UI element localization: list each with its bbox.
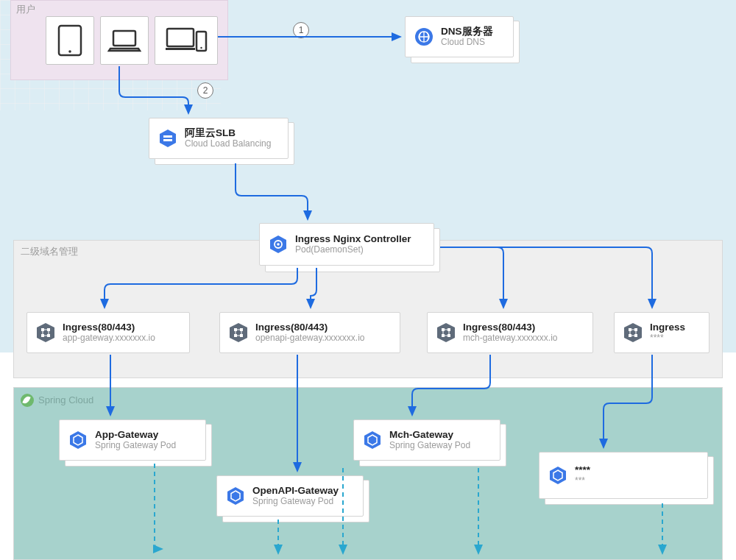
ingress-icon — [35, 322, 57, 344]
zone-spring-label: Spring Cloud — [38, 394, 93, 405]
svg-rect-27 — [447, 328, 450, 331]
svg-marker-30 — [624, 323, 642, 342]
gateway-icon — [67, 429, 89, 451]
svg-rect-16 — [41, 328, 44, 331]
ingress-other-sub: **** — [650, 333, 685, 344]
svg-rect-34 — [634, 334, 637, 337]
svg-rect-11 — [163, 139, 172, 141]
gw-mch-title: Mch-Gateway — [389, 429, 470, 441]
diagram-canvas: 用户 二级域名管理 Spring Cloud DNS服务器Cloud DNS 阿… — [0, 0, 736, 560]
gw-other-sub: *** — [575, 476, 590, 486]
svg-marker-35 — [70, 431, 86, 449]
svg-point-7 — [200, 47, 202, 49]
svg-rect-21 — [234, 328, 237, 331]
svg-rect-28 — [442, 334, 445, 337]
node-ingress-mch: Ingress(80/443)mch-gateway.xxxxxxx.io — [427, 312, 593, 353]
ingress-icon — [227, 322, 250, 344]
svg-rect-3 — [113, 31, 135, 46]
svg-point-2 — [68, 50, 71, 53]
ingress-mch-title: Ingress(80/443) — [463, 322, 557, 333]
svg-rect-4 — [167, 29, 194, 46]
ingress-openapi-title: Ingress(80/443) — [255, 322, 365, 333]
gw-other-title: **** — [575, 464, 590, 476]
gw-mch-sub: Spring Gateway Pod — [389, 441, 470, 451]
svg-marker-41 — [550, 467, 566, 484]
node-slb: 阿里云SLBCloud Load Balancing — [149, 118, 289, 159]
node-ingress-app: Ingress(80/443)app-gateway.xxxxxxx.io — [26, 312, 190, 353]
node-dns: DNS服务器Cloud DNS — [405, 16, 514, 57]
svg-rect-31 — [629, 328, 631, 331]
step-1: 1 — [293, 22, 309, 38]
svg-marker-9 — [160, 130, 176, 147]
svg-rect-17 — [47, 328, 50, 331]
gw-app-title: App-Gateway — [95, 429, 176, 441]
device-tablet — [46, 16, 94, 65]
svg-rect-26 — [442, 328, 445, 331]
svg-rect-22 — [240, 328, 243, 331]
node-gw-openapi: OpenAPI-GatewaySpring Gateway Pod — [216, 475, 364, 517]
dns-title: DNS服务器 — [441, 26, 493, 38]
ingress-ctrl-title: Ingress Nginx Controller — [295, 233, 411, 245]
slb-icon — [157, 127, 179, 149]
slb-title: 阿里云SLB — [185, 127, 271, 139]
ingress-ctrl-icon — [267, 233, 289, 255]
node-gw-app: App-GatewaySpring Gateway Pod — [59, 419, 206, 461]
gw-app-sub: Spring Gateway Pod — [95, 441, 176, 451]
dns-icon — [413, 26, 435, 48]
svg-rect-33 — [629, 334, 631, 337]
device-laptop — [100, 16, 149, 65]
svg-rect-5 — [166, 48, 195, 50]
step-2: 2 — [197, 82, 213, 99]
ingress-other-title: Ingress — [650, 322, 685, 333]
zone-users-label: 用户 — [16, 3, 35, 16]
svg-rect-24 — [240, 334, 243, 337]
svg-rect-32 — [634, 328, 637, 331]
svg-marker-39 — [227, 487, 244, 505]
ingress-openapi-sub: openapi-gateway.xxxxxxx.io — [255, 333, 365, 344]
gateway-icon — [224, 485, 247, 507]
ingress-app-sub: app-gateway.xxxxxxx.io — [63, 333, 155, 344]
ingress-icon — [435, 322, 457, 344]
svg-rect-18 — [41, 334, 44, 337]
zone-domain-label: 二级域名管理 — [21, 245, 78, 258]
gateway-icon — [547, 464, 569, 486]
svg-marker-20 — [230, 323, 247, 342]
slb-sub: Cloud Load Balancing — [185, 139, 271, 149]
node-ingress-other: Ingress**** — [614, 312, 710, 353]
svg-point-14 — [277, 243, 280, 246]
ingress-icon — [622, 322, 644, 344]
node-ingress-ctrl: Ingress Nginx ControllerPod(DaemonSet) — [259, 223, 434, 266]
ingress-app-title: Ingress(80/443) — [63, 322, 155, 333]
svg-marker-15 — [37, 323, 54, 342]
node-ingress-openapi: Ingress(80/443)openapi-gateway.xxxxxxx.i… — [219, 312, 400, 353]
gw-openapi-title: OpenAPI-Gateway — [252, 485, 339, 497]
svg-rect-23 — [234, 334, 237, 337]
device-desktop-mobile — [155, 16, 218, 65]
svg-marker-37 — [364, 431, 381, 449]
spring-leaf-icon — [21, 394, 34, 407]
node-gw-mch: Mch-GatewaySpring Gateway Pod — [353, 419, 500, 461]
svg-rect-10 — [163, 135, 172, 138]
gw-openapi-sub: Spring Gateway Pod — [252, 497, 339, 507]
svg-marker-25 — [437, 323, 455, 342]
node-gw-other: ******* — [539, 452, 708, 499]
gateway-icon — [361, 429, 383, 451]
ingress-mch-sub: mch-gateway.xxxxxxx.io — [463, 333, 557, 344]
dns-sub: Cloud DNS — [441, 38, 493, 48]
svg-rect-29 — [447, 334, 450, 337]
svg-rect-19 — [47, 334, 50, 337]
ingress-ctrl-sub: Pod(DaemonSet) — [295, 245, 411, 255]
